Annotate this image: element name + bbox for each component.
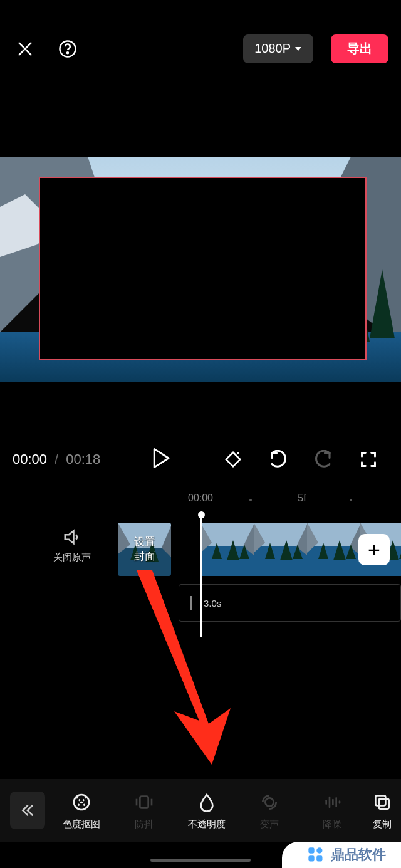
home-indicator xyxy=(150,859,251,862)
undo-icon xyxy=(269,450,288,469)
timeline-ruler[interactable]: 00:00 5f xyxy=(0,488,401,509)
clip-thumb xyxy=(307,523,360,576)
tool-label: 复制 xyxy=(373,818,392,830)
export-button[interactable]: 导出 xyxy=(331,34,388,63)
svg-rect-32 xyxy=(308,855,314,861)
time-separator: / xyxy=(55,451,58,468)
svg-rect-29 xyxy=(379,798,389,808)
sub-track[interactable]: 3.0s xyxy=(179,584,401,622)
tool-chroma-key[interactable]: 色度抠图 xyxy=(50,791,113,830)
svg-point-31 xyxy=(316,847,322,853)
svg-point-3 xyxy=(67,52,68,53)
video-preview[interactable] xyxy=(0,157,401,382)
denoise-icon xyxy=(322,792,342,812)
playhead[interactable] xyxy=(200,515,202,637)
total-duration: 00:18 xyxy=(66,451,100,468)
plus-icon: + xyxy=(368,538,380,562)
tool-stabilize[interactable]: 防抖 xyxy=(113,791,175,830)
resolution-label: 1080P xyxy=(254,41,291,56)
help-button[interactable] xyxy=(55,36,80,61)
help-icon xyxy=(58,39,77,58)
export-label: 导出 xyxy=(347,40,372,57)
sub-duration: 3.0s xyxy=(204,598,221,609)
chroma-icon xyxy=(71,792,91,812)
current-time: 00:00 xyxy=(13,451,47,468)
tool-opacity[interactable]: 不透明度 xyxy=(175,791,238,830)
tool-label: 降噪 xyxy=(323,818,341,830)
ruler-tick xyxy=(350,499,352,501)
handle-icon xyxy=(190,596,192,610)
chevron-down-icon xyxy=(294,45,302,53)
fullscreen-button[interactable] xyxy=(357,448,380,471)
close-button[interactable] xyxy=(13,36,38,61)
cover-label: 设置 封面 xyxy=(134,535,155,563)
svg-rect-28 xyxy=(375,795,385,805)
ruler-tick xyxy=(249,499,252,501)
undo-button[interactable] xyxy=(267,448,289,471)
bottom-toolbar: 色度抠图 防抖 不透明度 变声 降噪 复制 xyxy=(0,779,401,842)
svg-rect-33 xyxy=(316,855,322,861)
watermark: 鼎品软件 xyxy=(282,842,401,868)
fullscreen-icon xyxy=(360,451,377,468)
tool-label: 防抖 xyxy=(135,818,154,830)
overlay-frame[interactable] xyxy=(39,177,367,360)
tool-copy[interactable]: 复制 xyxy=(363,791,401,830)
set-cover-button[interactable]: 设置 封面 xyxy=(118,523,171,576)
redo-button[interactable] xyxy=(312,448,335,471)
clip-thumb xyxy=(254,523,307,576)
keyframe-button[interactable] xyxy=(222,448,244,471)
svg-rect-19 xyxy=(140,796,148,808)
tool-denoise[interactable]: 降噪 xyxy=(301,791,363,830)
mute-label: 关闭原声 xyxy=(53,552,91,563)
svg-point-22 xyxy=(265,798,273,806)
tool-label: 变声 xyxy=(260,818,279,830)
chevron-double-left-icon xyxy=(19,802,36,818)
timeline[interactable]: 关闭原声 设置 封面 + 3.0s xyxy=(0,515,401,634)
watermark-logo-icon xyxy=(307,846,325,864)
keyframe-icon xyxy=(224,450,242,469)
resolution-selector[interactable]: 1080P xyxy=(243,34,313,63)
copy-icon xyxy=(372,792,392,812)
stabilize-icon xyxy=(134,792,154,812)
clip-thumb xyxy=(200,523,254,576)
watermark-text: 鼎品软件 xyxy=(331,845,386,864)
tool-label: 色度抠图 xyxy=(63,818,100,830)
opacity-icon xyxy=(197,792,217,812)
voice-icon xyxy=(259,792,279,812)
collapse-tools-button[interactable] xyxy=(10,792,45,829)
add-clip-button[interactable]: + xyxy=(358,534,390,565)
ruler-mark-1: 5f xyxy=(298,493,306,504)
play-icon xyxy=(152,447,170,469)
speaker-icon xyxy=(63,528,81,546)
tool-label: 不透明度 xyxy=(188,818,226,830)
mute-original-audio[interactable]: 关闭原声 xyxy=(53,528,91,563)
svg-rect-30 xyxy=(308,847,314,853)
tool-voice-change[interactable]: 变声 xyxy=(238,791,301,830)
ruler-mark-0: 00:00 xyxy=(188,493,213,504)
play-button[interactable] xyxy=(152,447,170,471)
redo-icon xyxy=(314,450,333,469)
close-icon xyxy=(16,40,34,58)
